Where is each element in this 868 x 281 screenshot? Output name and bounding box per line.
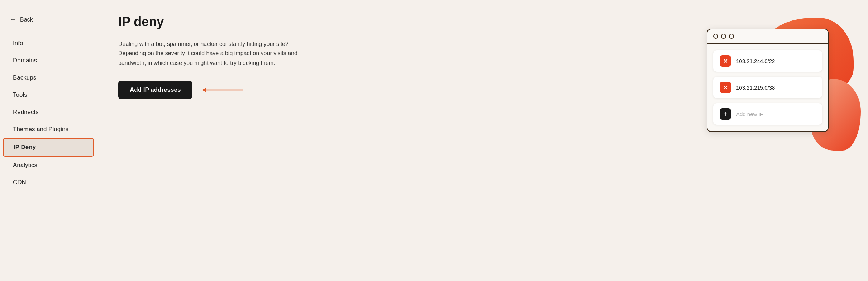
sidebar-item-analytics[interactable]: Analytics [3, 157, 94, 174]
ip-value-1: 103.21.244.0/22 [736, 58, 775, 64]
sidebar-item-cdn[interactable]: CDN [3, 174, 94, 191]
ip-entry-2: ✕ 103.21.215.0/38 [713, 77, 822, 98]
main-content: IP deny Dealing with a bot, spammer, or … [97, 0, 868, 281]
svg-marker-1 [202, 88, 206, 92]
sidebar-item-themes-plugins[interactable]: Themes and Plugins [3, 121, 94, 138]
back-label: Back [20, 16, 33, 23]
sidebar-item-info[interactable]: Info [3, 35, 94, 52]
browser-dot-1 [713, 34, 718, 39]
arrow-icon [202, 85, 245, 95]
sidebar-item-redirects[interactable]: Redirects [3, 104, 94, 121]
browser-dot-3 [729, 34, 734, 39]
illustration: ✕ 103.21.244.0/22 ✕ 103.21.215.0/38 + Ad… [696, 11, 846, 161]
sidebar-item-ip-deny[interactable]: IP Deny [3, 138, 94, 157]
add-new-ip-icon: + [720, 108, 731, 120]
browser-dot-2 [721, 34, 726, 39]
back-button[interactable]: ← Back [0, 11, 97, 28]
back-arrow-icon: ← [10, 16, 16, 23]
browser-content: ✕ 103.21.244.0/22 ✕ 103.21.215.0/38 + Ad… [707, 44, 828, 131]
description-text: Dealing with a bot, spammer, or hacker c… [118, 39, 305, 68]
ip-entry-1: ✕ 103.21.244.0/22 [713, 50, 822, 72]
ip-value-2: 103.21.215.0/38 [736, 85, 775, 91]
ip-remove-icon-1: ✕ [720, 55, 731, 67]
add-ip-button[interactable]: Add IP addresses [118, 81, 192, 99]
browser-titlebar [707, 29, 828, 44]
sidebar-item-backups[interactable]: Backups [3, 69, 94, 86]
sidebar-item-tools[interactable]: Tools [3, 86, 94, 104]
ip-remove-icon-2: ✕ [720, 82, 731, 93]
sidebar: ← Back Info Domains Backups Tools Redire… [0, 0, 97, 281]
add-new-ip-row[interactable]: + Add new IP [713, 103, 822, 125]
arrow-indicator [202, 85, 245, 95]
add-new-ip-label: Add new IP [736, 111, 764, 117]
browser-window: ✕ 103.21.244.0/22 ✕ 103.21.215.0/38 + Ad… [707, 29, 829, 132]
sidebar-item-domains[interactable]: Domains [3, 52, 94, 69]
